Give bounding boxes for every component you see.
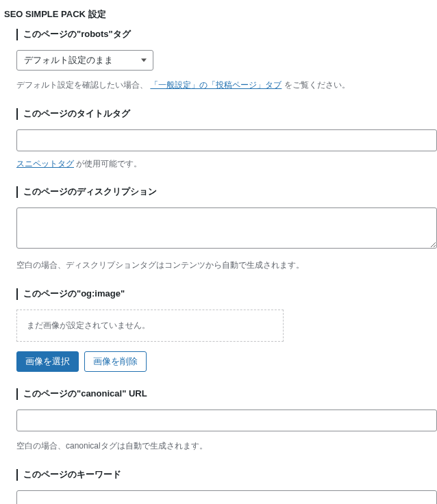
ogimage-label: このページの"og:image" <box>16 288 437 300</box>
snippet-tag-link[interactable]: スニペットタグ <box>16 159 74 168</box>
title-input[interactable] <box>16 129 437 151</box>
title-snippet-row: スニペットタグ が使用可能です。 <box>16 158 142 170</box>
robots-label: このページの"robots"タグ <box>16 29 437 40</box>
title-label: このページのタイトルタグ <box>16 108 437 120</box>
description-textarea[interactable] <box>16 207 437 249</box>
robots-help-prefix: デフォルト設定を確認したい場合、 <box>16 80 148 90</box>
snippet-suffix: が使用可能です。 <box>76 159 142 168</box>
ogimage-buttons: 画像を選択 画像を削除 <box>16 351 437 372</box>
robots-select-wrap: デフォルト設定のまま <box>16 50 153 71</box>
canonical-help: 空白の場合、canonicalタグは自動で生成されます。 <box>16 440 437 453</box>
description-label: このページのディスクリプション <box>16 186 437 198</box>
description-help: 空白の場合、ディスクリプションタグはコンテンツから自動で生成されます。 <box>16 259 437 272</box>
canonical-label: このページの"canonical" URL <box>16 388 437 400</box>
section-ogimage: このページの"og:image" まだ画像が設定されていません。 画像を選択 画… <box>0 288 437 388</box>
ogimage-placeholder: まだ画像が設定されていません。 <box>16 310 284 342</box>
delete-image-button[interactable]: 画像を削除 <box>84 351 147 372</box>
section-robots: このページの"robots"タグ デフォルト設定のまま デフォルト設定を確認した… <box>0 29 437 108</box>
robots-help-suffix: をご覧ください。 <box>284 80 350 90</box>
canonical-input[interactable] <box>16 410 437 431</box>
select-image-button[interactable]: 画像を選択 <box>16 351 79 372</box>
robots-help-link[interactable]: 「一般設定」の「投稿ページ」タブ <box>150 80 282 90</box>
keyword-input[interactable] <box>16 490 437 504</box>
section-description: このページのディスクリプション 空白の場合、ディスクリプションタグはコンテンツか… <box>0 186 437 288</box>
keyword-label: このページのキーワード <box>16 469 437 481</box>
robots-select[interactable]: デフォルト設定のまま <box>16 50 153 71</box>
section-canonical: このページの"canonical" URL 空白の場合、canonicalタグは… <box>0 388 437 469</box>
robots-help: デフォルト設定を確認したい場合、 「一般設定」の「投稿ページ」タブ をご覧くださ… <box>16 79 437 92</box>
section-keyword: このページのキーワード <box>0 469 437 504</box>
panel-title: SEO SIMPLE PACK 設定 <box>0 0 437 29</box>
section-title: このページのタイトルタグ スニペットタグ が使用可能です。 <box>0 108 437 186</box>
